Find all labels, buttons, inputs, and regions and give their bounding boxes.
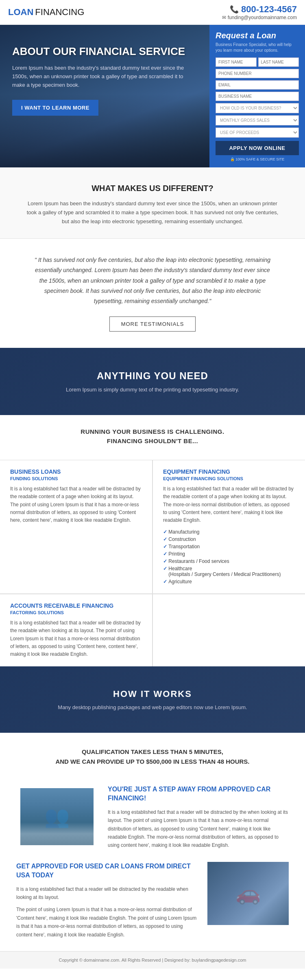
page-header: LOANFINANCING 📞 800-123-4567 ✉ funding@y… (0, 0, 305, 25)
direct-usa-desc1: It is a long established fact that a rea… (16, 885, 197, 902)
how-it-works-title: HOW IT WORKS (12, 689, 293, 699)
footer-text: Copyright © domainname.com. All Rights R… (59, 958, 246, 962)
anything-title: ANYTHING YOU NEED (97, 370, 208, 382)
more-testimonials-button[interactable]: MORE TESTIMONIALS (109, 316, 196, 332)
what-different-section: WHAT MAKES US DIFFERENT? Lorem Ipsum has… (0, 167, 305, 238)
hero-section: ABOUT OUR FINANCIAL SERVICE Lorem Ipsum … (0, 25, 305, 167)
first-name-input[interactable] (216, 57, 257, 67)
list-item: ✓ Construction (163, 536, 295, 543)
car-photo-right: 🚗 (207, 862, 289, 925)
lock-icon: 🔒 (230, 157, 236, 161)
car-financing-text: YOU'RE JUST A STEP AWAY FROM APPROVED CA… (108, 785, 289, 850)
anything-description: Lorem Ipsum is simply dummy text of the … (66, 387, 239, 393)
list-item: ✓ Transportation (163, 543, 295, 550)
direct-usa-text: GET APPROVED FOR USED CAR LOANS FROM DIR… (16, 862, 197, 939)
car-financing-title: YOU'RE JUST A STEP AWAY FROM APPROVED CA… (108, 785, 289, 803)
list-item: ✓ Printing (163, 550, 295, 558)
email-input[interactable] (216, 80, 299, 90)
list-item: ✓ Restaurants / Food services (163, 558, 295, 565)
secure-text: 🔒 100% SAFE & SECURE SITE (216, 157, 299, 161)
page-footer: Copyright © domainname.com. All Rights R… (0, 951, 305, 969)
email-info: ✉ funding@yourdomainname.com (222, 15, 297, 20)
phone-input[interactable] (216, 69, 299, 78)
equipment-financing-title: EQUIPMENT FINANCING (163, 468, 295, 475)
email-text: funding@yourdomainname.com (228, 15, 297, 20)
how-it-works-description: Many desktop publishing packages and web… (12, 704, 293, 710)
loan-form-panel: Request a Loan Business Finance Speciali… (209, 25, 305, 167)
phone-text: 800-123-4567 (241, 4, 297, 15)
what-different-title: WHAT MAKES US DIFFERENT? (16, 184, 289, 193)
car-photo-left: 👥 (16, 785, 98, 848)
logo: LOANFINANCING (8, 7, 84, 18)
proceeds-select[interactable]: USE OF PROCEEDS (216, 127, 299, 138)
equipment-financing-desc: It is a long established fact that a rea… (163, 485, 295, 524)
accounts-subtitle: FACTORING SOLUTIONS (10, 610, 142, 615)
how-it-works-section: HOW IT WORKS Many desktop publishing pac… (0, 666, 305, 733)
business-loans-title: BUSINESS LOANS (10, 468, 142, 475)
hero-content: ABOUT OUR FINANCIAL SERVICE Lorem Ipsum … (0, 25, 305, 167)
car-image-left: 👥 (16, 785, 98, 848)
learn-more-button[interactable]: I WANT TO LEARN MORE (12, 100, 98, 116)
form-title: Request a Loan (216, 31, 299, 40)
direct-usa-section: GET APPROVED FOR USED CAR LOANS FROM DIR… (0, 862, 305, 951)
accounts-title: ACCOUNTS RECEIVABLE FINANCING (10, 602, 142, 609)
business-name-input[interactable] (216, 92, 299, 101)
service-accounts-receivable: ACCOUNTS RECEIVABLE FINANCING FACTORING … (0, 594, 152, 666)
accounts-desc: It is a long established fact that a rea… (10, 619, 142, 658)
logo-financing: FINANCING (35, 7, 84, 17)
phone-number[interactable]: 📞 800-123-4567 (222, 4, 297, 15)
car-financing-section: 👥 YOU'RE JUST A STEP AWAY FROM APPROVED … (0, 785, 305, 862)
email-icon: ✉ (222, 15, 226, 20)
name-row (216, 57, 299, 67)
list-item: ✓ Agriculture (163, 578, 295, 585)
hero-description: Lorem Ipsum has been the industry's stan… (12, 64, 197, 89)
service-equipment-financing: EQUIPMENT FINANCING EQUIPMENT FINANCING … (152, 460, 305, 594)
business-loans-desc: It is a long established fact that a rea… (10, 485, 142, 524)
gross-sales-select[interactable]: MONTHLY GROSS SALES (216, 115, 299, 125)
list-item: ✓ Healthcare (Hospitals / Surgery Center… (163, 565, 295, 578)
car-image-right: 🚗 (207, 862, 289, 925)
business-loans-subtitle: FUNDING SOLUTIONS (10, 476, 142, 481)
direct-usa-title: GET APPROVED FOR USED CAR LOANS FROM DIR… (16, 862, 197, 880)
running-title: RUNNING YOUR BUSINESS IS CHALLENGING. FI… (16, 427, 289, 446)
last-name-input[interactable] (258, 57, 299, 67)
equipment-financing-subtitle: EQUIPMENT FINANCING SOLUTIONS (163, 476, 295, 481)
running-section: RUNNING YOUR BUSINESS IS CHALLENGING. FI… (0, 415, 305, 460)
service-business-loans: BUSINESS LOANS FUNDING SOLUTIONS It is a… (0, 460, 152, 594)
anything-section: ANYTHING YOU NEED Lorem Ipsum is simply … (0, 348, 305, 415)
testimonial-quote: " It has survived not only five centurie… (33, 255, 272, 306)
equipment-list: ✓ Manufacturing ✓ Construction ✓ Transpo… (163, 528, 295, 585)
how-old-select[interactable]: HOW OLD IS YOUR BUSINESS? (216, 103, 299, 113)
contact-info: 📞 800-123-4567 ✉ funding@yourdomainname.… (222, 4, 297, 20)
form-subtitle: Business Finance Specialist, who will he… (216, 42, 299, 53)
hero-text-area: ABOUT OUR FINANCIAL SERVICE Lorem Ipsum … (0, 25, 209, 167)
qualification-section: QUALIFICATION TAKES LESS THAN 5 MINUTES,… (0, 733, 305, 785)
direct-usa-desc2: The point of using Lorem Ipsum is that i… (16, 905, 197, 939)
service-empty (152, 594, 305, 666)
qualification-title: QUALIFICATION TAKES LESS THAN 5 MINUTES,… (16, 747, 289, 767)
logo-loan: LOAN (8, 7, 33, 17)
services-grid: BUSINESS LOANS FUNDING SOLUTIONS It is a… (0, 460, 305, 666)
what-different-description: Lorem Ipsum has been the industry's stan… (22, 199, 283, 226)
car-financing-desc: It is a long established fact that a rea… (108, 808, 289, 850)
apply-button[interactable]: APPLY NOW ONLINE (216, 141, 299, 155)
phone-icon: 📞 (230, 5, 239, 14)
testimonial-section: " It has survived not only five centurie… (0, 239, 305, 348)
list-item: ✓ Manufacturing (163, 528, 295, 536)
hero-title: ABOUT OUR FINANCIAL SERVICE (12, 45, 197, 58)
